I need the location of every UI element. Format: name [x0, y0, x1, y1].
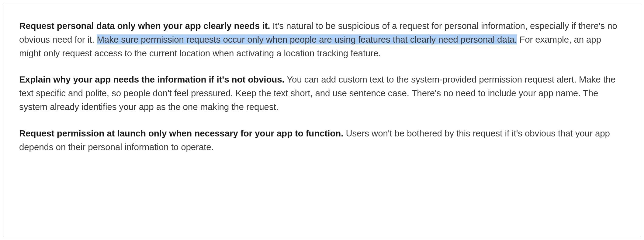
paragraph-lead: Request personal data only when your app… [19, 21, 270, 31]
paragraph-lead: Explain why your app needs the informati… [19, 74, 285, 84]
paragraph-explain-why: Explain why your app needs the informati… [19, 73, 625, 114]
document-container: Request personal data only when your app… [3, 3, 641, 237]
highlighted-text[interactable]: Make sure permission requests occur only… [97, 34, 517, 44]
paragraph-request-data: Request personal data only when your app… [19, 19, 625, 60]
paragraph-launch-permission: Request permission at launch only when n… [19, 127, 625, 154]
paragraph-lead: Request permission at launch only when n… [19, 128, 343, 138]
